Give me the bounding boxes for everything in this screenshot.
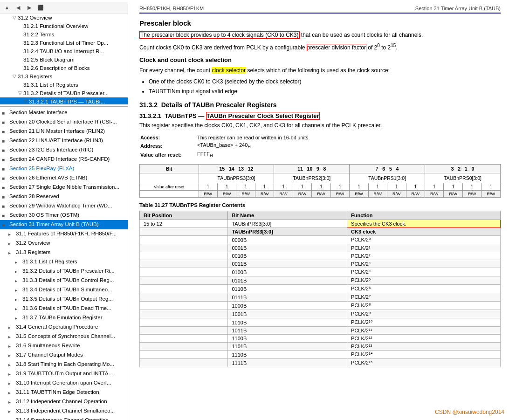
section-bullet-icon: ▸ bbox=[8, 417, 16, 420]
prescaler-text-1: The prescaler block provides up to 4 clo… bbox=[139, 31, 501, 39]
section-list-item[interactable]: ▸31.2 Overview bbox=[0, 239, 128, 248]
table-row: TAUBnPRS3[3:0]CK3 clock bbox=[140, 228, 501, 236]
section-label: Section 26 Ethernet AVB (ETNB) bbox=[9, 174, 126, 181]
section-list-item[interactable]: ■Section 27 Single Edge Nibble Transmiss… bbox=[0, 183, 128, 192]
section-list-item[interactable]: ■Section 23 I2C Bus Interface (RIIC) bbox=[0, 145, 128, 155]
section-bullet-icon: ▸ bbox=[8, 333, 16, 340]
section-list-item[interactable]: ▸31.3 Registers bbox=[0, 248, 128, 257]
tree-expand-icon[interactable]: ▽ bbox=[17, 90, 23, 97]
section-bullet-icon: ▸ bbox=[15, 314, 22, 322]
section-label: 31.3.4 Details of TAUBn Simultaneo... bbox=[22, 286, 126, 293]
section-bullet-icon: ■ bbox=[2, 193, 9, 200]
section-list-item[interactable]: ▸31.9 TAUBTTOUTm Output and INTTA... bbox=[0, 369, 128, 379]
section-list-item[interactable]: ■Section 25 FlexRay (FLXA) bbox=[0, 164, 128, 173]
section-list-item[interactable]: ■Section 31 Timer Array Unit B (TAUB) bbox=[0, 220, 128, 229]
tree-item[interactable]: ▽31.3 Registers bbox=[0, 72, 128, 81]
table-row: 0010BPCLK/2² bbox=[140, 252, 501, 260]
section-label: 31.3.5 Details of TAUBn Output Reg... bbox=[22, 296, 126, 303]
toolbar-icon-left[interactable]: ◀ bbox=[14, 3, 22, 12]
section-bullet-icon: ■ bbox=[2, 184, 9, 191]
section-label: 31.3.1 List of Registers bbox=[22, 258, 126, 265]
tree-item[interactable]: 31.2.2 Terms bbox=[0, 30, 128, 39]
reg-bits-container: Bit 15 14 13 12 11 10 9 8 7 6 5 4 3 2 1 … bbox=[139, 164, 501, 198]
section-list-item[interactable]: ▸31.7 Channel Output Modes bbox=[0, 351, 128, 360]
tree-item-label: 31.2.3 Functional List of Timer Op... bbox=[23, 39, 128, 47]
section-list-item[interactable]: ▸31.11 TAUBTTINm Edge Detection bbox=[0, 388, 128, 397]
section-bullet-icon: ■ bbox=[2, 128, 9, 135]
tree-item[interactable]: 31.2.5 Block Diagram bbox=[0, 55, 128, 64]
section-list-item[interactable]: ■Section 26 Ethernet AVB (ETNB) bbox=[0, 173, 128, 183]
section-list-item[interactable]: ■Section 28 Reserved bbox=[0, 192, 128, 201]
sidebar-top-tree: ▲ ◀ ▶ ⬛ ▽31.2 Overview 31.2.1 Functional… bbox=[0, 0, 128, 107]
tree-item[interactable]: 31.2.6 Description of Blocks bbox=[0, 64, 128, 72]
header-right: Section 31 Timer Array Unit B (TAUB) bbox=[415, 6, 501, 11]
section-label: Section 22 LIN/UART Interface (RLIN3) bbox=[9, 137, 126, 144]
toolbar-icon-up[interactable]: ▲ bbox=[3, 3, 11, 12]
tree-expand-icon[interactable]: ▽ bbox=[11, 14, 18, 21]
section-label: 31.7 Channel Output Modes bbox=[16, 351, 126, 358]
section-bullet-icon: ▸ bbox=[15, 277, 22, 284]
section-bullet-icon: ▸ bbox=[8, 351, 16, 359]
section-list-item[interactable]: ■Section 30 OS Timer (OSTM) bbox=[0, 211, 128, 220]
section-list-item[interactable]: ▸31.13 Independent Channel Simultaneo... bbox=[0, 406, 128, 416]
table-row: 15 to 12TAUBnPRS3[3:0]Specifies the CK3 … bbox=[140, 220, 501, 228]
section-list-item[interactable]: ▸31.5 Concepts of Synchronous Channel... bbox=[0, 332, 128, 341]
section-list-item[interactable]: ■Section 24 CANFD Interface (RS-CANFD) bbox=[0, 155, 128, 164]
section-bullet-icon: ■ bbox=[2, 137, 9, 145]
tree-expand-icon[interactable]: ▽ bbox=[11, 73, 18, 80]
section-list-item[interactable]: ▸31.6 Simultaneous Rewrite bbox=[0, 341, 128, 351]
val-label: Value after reset bbox=[140, 183, 199, 191]
section-list-item[interactable]: ▸31.3.4 Details of TAUBn Simultaneo... bbox=[0, 285, 128, 295]
toolbar-icon-square[interactable]: ⬛ bbox=[36, 3, 45, 12]
section-list-item[interactable]: ■Section 20 Clocked Serial Interface H (… bbox=[0, 117, 128, 127]
tree-item[interactable]: 31.2.3 Functional List of Timer Op... bbox=[0, 39, 128, 47]
section-list-item[interactable]: ▸31.10 Interrupt Generation upon Overf..… bbox=[0, 379, 128, 388]
section-list-item[interactable]: ▸31.3.1 List of Registers bbox=[0, 257, 128, 267]
section-label: 31.9 TAUBTTOUTm Output and INTTA... bbox=[16, 370, 126, 377]
section-label: 31.5 Concepts of Synchronous Channel... bbox=[16, 333, 126, 340]
section-list-item[interactable]: ▸31.1 Features of RH850/F1KH, RH850/F... bbox=[0, 229, 128, 239]
section-list-item[interactable]: ▸31.8 Start Timing in Each Operating Mo.… bbox=[0, 360, 128, 369]
reset-values-row: Value after reset 1 1 1 1 1 1 1 1 1 1 1 … bbox=[140, 183, 501, 191]
tree-item[interactable]: ▽31.3.2.1 TAUBnTPS — TAUBr... bbox=[0, 97, 128, 104]
tree-item[interactable]: 31.3.1 List of Registers bbox=[0, 81, 128, 89]
section-list-item[interactable]: ▸31.3.3 Details of TAUBn Control Reg... bbox=[0, 276, 128, 285]
section-list-item[interactable]: ▸31.3.5 Details of TAUBn Output Reg... bbox=[0, 295, 128, 304]
tree-item[interactable]: 31.2.4 TAUB I/O and Interrupt R... bbox=[0, 47, 128, 55]
section-list-item[interactable]: ▸31.3.6 Details of TAUBn Dead Time... bbox=[0, 304, 128, 313]
section-label: Section 25 FlexRay (FLXA) bbox=[9, 165, 126, 172]
table-row: 0000BPCLK/2⁰ bbox=[140, 236, 501, 244]
section-list-item[interactable]: ▸31.14 Synchronous Channel Operation bbox=[0, 416, 128, 420]
tree-item[interactable]: 31.2.1 Functional Overview bbox=[0, 22, 128, 30]
section-label: 31.11 TAUBTTINm Edge Detection bbox=[16, 389, 126, 396]
section-list-item[interactable]: ■Section Master Interface bbox=[0, 108, 128, 117]
field-prs2: TAUBnPRS2[3:0] bbox=[274, 173, 350, 183]
tree-navigation: ▽31.2 Overview 31.2.1 Functional Overvie… bbox=[0, 14, 128, 104]
bit-num-7: 7 6 5 4 bbox=[350, 165, 425, 173]
toolbar-icon-right[interactable]: ▶ bbox=[25, 3, 34, 12]
tree-item[interactable]: ▽31.2 Overview bbox=[0, 14, 128, 22]
header-left: RH850/F1KH, RH850/F1KM bbox=[139, 6, 204, 11]
bit-header-row: Bit 15 14 13 12 11 10 9 8 7 6 5 4 3 2 1 … bbox=[140, 165, 501, 173]
section-list-item[interactable]: ■Section 21 LIN Master Interface (RLIN2) bbox=[0, 127, 128, 136]
section-label: 31.8 Start Timing in Each Operating Mo..… bbox=[16, 361, 126, 368]
tree-item-label: 31.3.2.1 TAUBnTPS — TAUBr... bbox=[29, 98, 128, 104]
section-bullet-icon: ■ bbox=[2, 118, 9, 126]
section-list-item[interactable]: ■Section 22 LIN/UART Interface (RLIN3) bbox=[0, 136, 128, 145]
subsubsection-heading: 31.3.2.1 TAUBnTPS — TAUBn Prescaler Cloc… bbox=[139, 112, 501, 119]
section-list: ■Section Master Interface■Section 20 Clo… bbox=[0, 107, 128, 420]
section-list-item[interactable]: ▸31.3.2 Details of TAUBn Prescaler Ri... bbox=[0, 267, 128, 276]
section-list-item[interactable]: ▸31.3.7 TAUBn Emulation Register bbox=[0, 313, 128, 323]
section-list-item[interactable]: ▸31.4 General Operating Procedure bbox=[0, 323, 128, 332]
section-list-item[interactable]: ■Section 29 Window Watchdog Timer (WD... bbox=[0, 201, 128, 211]
table-caption: Table 31.27 TAUBnTPS Register Contents bbox=[139, 202, 501, 208]
section-bullet-icon: ▸ bbox=[15, 305, 22, 312]
section-list-item[interactable]: ▸31.12 Independent Channel Operation bbox=[0, 397, 128, 406]
subsubsection-title-highlight: TAUBn Prescaler Clock Select Register bbox=[206, 112, 320, 120]
section-label: Section 20 Clocked Serial Interface H (C… bbox=[9, 118, 126, 125]
tree-item[interactable]: ▽31.3.2 Details of TAUBn Prescaler... bbox=[0, 89, 128, 97]
table-row: 1100BPCLK/2¹² bbox=[140, 335, 501, 343]
tree-expand-icon[interactable]: ▽ bbox=[22, 98, 29, 104]
col-function: Function bbox=[347, 211, 501, 220]
table-header-row: Bit Position Bit Name Function bbox=[140, 211, 501, 220]
